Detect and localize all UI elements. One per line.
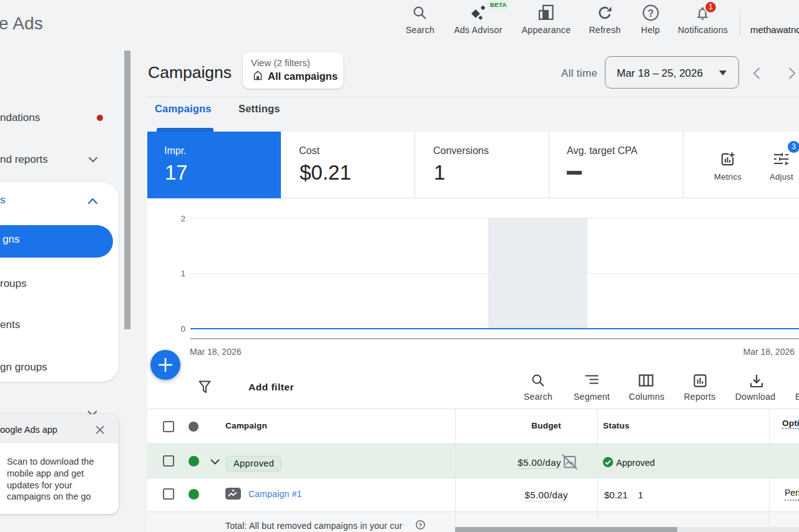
svg-text:?: ? (648, 8, 654, 19)
svg-text:?: ? (419, 521, 423, 528)
